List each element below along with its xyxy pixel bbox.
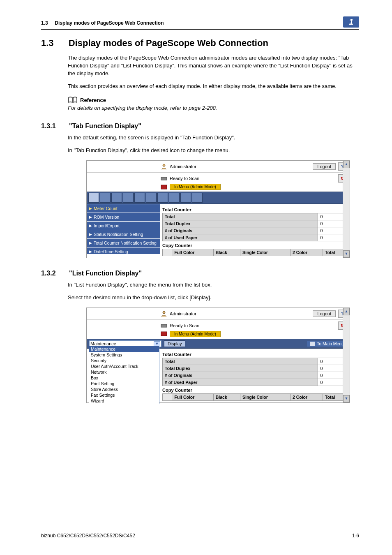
nav-label: Meter Count [94,206,118,211]
col-black: Black [213,249,240,256]
subsection-2-title: "List Function Display" [69,270,142,277]
toolbar-tab-5[interactable] [134,193,145,203]
page-footer: bizhub C652/C652DS/C552/C552DS/C452 1-6 [41,531,359,539]
option-network[interactable]: Network [89,369,159,375]
col-black: Black [213,393,240,400]
scroll-down-icon[interactable]: ▼ [343,395,350,402]
svg-point-3 [163,311,165,314]
admin-mode-badge: In Menu (Admin Mode) [170,184,221,190]
option-store-address[interactable]: Store Address [89,386,159,392]
option-security[interactable]: Security [89,358,159,363]
reference-label: Reference [80,97,106,103]
nav-meter-count[interactable]: ▶Meter Count [87,204,160,213]
nav-rom-version[interactable]: ▶ROM Version [87,213,160,221]
nav-import-export[interactable]: ▶Import/Export [87,221,160,230]
toolbar-tab-2[interactable] [100,193,111,203]
book-icon [68,97,78,103]
scroll-up-icon[interactable]: ▲ [343,308,350,315]
subsection-2-heading: 1.3.2 "List Function Display" [41,270,359,277]
svg-rect-2 [161,185,167,189]
administrator-icon [161,310,167,317]
nav-label: ROM Version [94,215,119,220]
administrator-label: Administrator [170,311,196,316]
status-icon [161,185,167,190]
option-user-auth[interactable]: User Auth/Account Track [89,363,159,369]
row-label: Total Duplex [163,220,318,227]
svg-rect-4 [161,324,167,327]
toolbar-tab-3[interactable] [111,193,122,203]
total-counter-title: Total Counter [162,350,347,358]
dropdown-option-list[interactable]: Maintenance System Settings Security Use… [89,346,159,404]
scroll-up-icon[interactable]: ▲ [343,161,350,168]
copy-counter-title: Copy Counter [162,241,347,249]
toolbar-tab-8[interactable] [169,193,180,203]
administrator-icon [161,163,167,170]
option-fax-settings[interactable]: Fax Settings [89,392,159,398]
svg-point-0 [163,164,165,166]
logout-button[interactable]: Logout [313,163,336,170]
ready-to-scan-label: Ready to Scan [170,323,199,328]
total-counter-title: Total Counter [162,206,347,213]
option-box[interactable]: Box [89,375,159,381]
nav-label: Status Notification Setting [94,232,143,237]
subsection-2-num: 1.3.2 [41,270,56,277]
status-icon [161,331,167,336]
svg-rect-6 [310,342,315,346]
header-section-title: Display modes of PageScope Web Connectio… [55,20,164,26]
to-main-label: To Main Menu [317,341,344,346]
subsection-1-title: "Tab Function Display" [69,123,141,130]
sub2-para-1: In "List Function Display", change the m… [68,281,359,289]
option-system-settings[interactable]: System Settings [89,352,159,358]
svg-rect-5 [161,332,167,336]
row-label: # of Used Paper [163,234,318,241]
admin-mode-badge: In Menu (Admin Mode) [170,331,221,337]
section-para-2: This section provides an overview of eac… [68,83,359,90]
toolbar-tab-9[interactable] [180,193,191,203]
administrator-label: Administrator [170,164,196,169]
page-header: 1.3 Display modes of PageScope Web Conne… [41,16,359,30]
section-heading-title: Display modes of PageScope Web Connectio… [69,38,268,48]
footer-page-num: 1-6 [352,533,359,539]
side-nav: ▶Meter Count ▶ROM Version ▶Import/Export… [87,204,160,258]
nav-label: Date/Time Setting [94,249,128,254]
section-heading: 1.3 Display modes of PageScope Web Conne… [41,38,359,49]
total-counter-table: Total0 Total Duplex0 # of Originals0 # o… [162,213,347,241]
nav-total-counter-notification[interactable]: ▶Total Counter Notification Setting [87,238,160,247]
section-heading-num: 1.3 [41,38,54,48]
toolbar-tab-1[interactable] [88,193,99,203]
logout-button[interactable]: Logout [313,310,336,317]
screenshot-tab-display: ▲ ▼ Administrator Logout ? Ready to Scan… [86,160,350,258]
row-label: # of Used Paper [163,379,318,386]
scrollbar[interactable]: ▲ ▼ [343,308,350,402]
scroll-down-icon[interactable]: ▼ [343,250,350,258]
option-wizard[interactable]: Wizard [89,398,159,404]
toolbar-tab-6[interactable] [146,193,157,203]
col-2-color: 2 Color [290,249,323,256]
row-label: Total [163,358,318,365]
scrollbar[interactable]: ▲ ▼ [343,161,350,258]
printer-icon [161,176,167,181]
toolbar-tab-10[interactable] [192,193,203,203]
sub1-para-1: In the default setting, the screen is di… [68,134,359,142]
toolbar-tab-4[interactable] [123,193,134,203]
chapter-badge: 1 [343,16,359,28]
header-section-num: 1.3 [41,20,48,26]
to-main-menu-button[interactable]: To Main Menu [307,341,347,347]
option-print-setting[interactable]: Print Setting [89,381,159,386]
nav-label: Import/Export [94,223,120,228]
option-maintenance[interactable]: Maintenance [89,346,159,352]
display-button[interactable]: Display [164,340,185,347]
nav-date-time[interactable]: ▶Date/Time Setting [87,247,160,254]
screenshot-list-display: ▲ ▼ Administrator Logout ? Ready to Scan… [86,308,350,403]
footer-model: bizhub C652/C652DS/C552/C552DS/C452 [41,533,135,539]
row-label: # of Originals [163,372,318,379]
sub1-para-2: In "Tab Function Display", click the des… [68,147,359,155]
toolbar-tab-7[interactable] [157,193,168,203]
ready-to-scan-label: Ready to Scan [170,176,199,181]
row-label: Total Duplex [163,365,318,372]
col-full-color: Full Color [172,249,213,256]
nav-status-notification[interactable]: ▶Status Notification Setting [87,230,160,238]
list-icon [310,342,315,346]
copy-counter-table: Full Color Black Single Color 2 Color To… [162,393,347,401]
section-para-1: The display modes of the PageScope Web C… [68,54,359,78]
